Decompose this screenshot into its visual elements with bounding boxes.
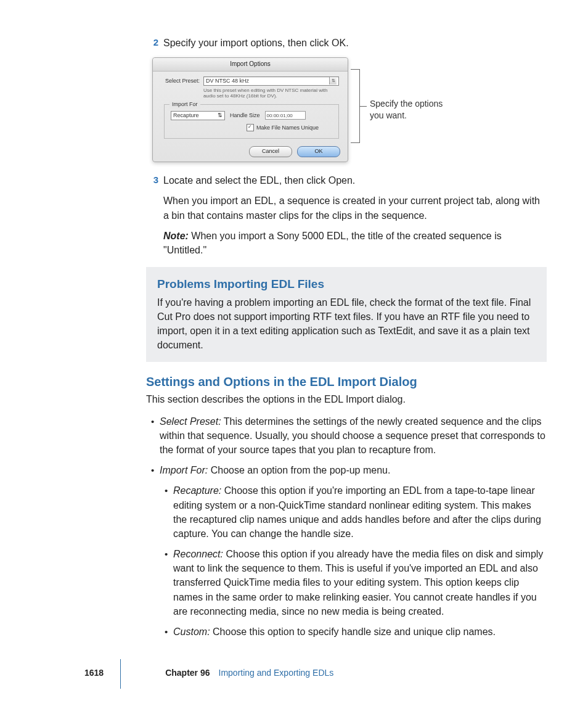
step-number: 3 bbox=[146, 173, 158, 187]
step-3-note: Note: When you import a Sony 5000 EDL, t… bbox=[163, 229, 547, 257]
preset-hint: Use this preset when editing with DV NTS… bbox=[203, 88, 339, 99]
import-options-dialog: Import Options Select Preset: DV NTSC 48… bbox=[152, 57, 348, 162]
step-text: Locate and select the EDL, then click Op… bbox=[163, 173, 547, 187]
unique-checkbox[interactable]: ✓ bbox=[247, 124, 254, 131]
list-item: Recapture: Choose this option if you're … bbox=[160, 483, 547, 541]
callout-text: Specify the options you want. bbox=[370, 98, 456, 121]
step-3-description: When you import an EDL, a sequence is cr… bbox=[163, 194, 547, 222]
term-body: Choose this option if you're importing a… bbox=[173, 485, 541, 539]
select-preset-dropdown[interactable]: DV NTSC 48 kHz ⇅ bbox=[203, 76, 339, 86]
import-for-value: Recapture bbox=[173, 112, 199, 120]
step-text: Specify your import options, then click … bbox=[163, 36, 547, 50]
list-item: Custom: Choose this option to specify ha… bbox=[160, 625, 547, 639]
term-body: Choose this option to specify handle siz… bbox=[210, 626, 496, 637]
dropdown-arrow-icon: ⇅ bbox=[329, 77, 337, 84]
handle-size-label: Handle Size bbox=[230, 112, 260, 120]
dialog-title: Import Options bbox=[153, 58, 348, 72]
footer: 1618 Chapter 96 Importing and Exporting … bbox=[0, 667, 333, 679]
page-number: 1618 bbox=[84, 667, 104, 679]
step-3: 3 Locate and select the EDL, then click … bbox=[146, 173, 547, 187]
dialog-body: Select Preset: DV NTSC 48 kHz ⇅ Use this… bbox=[153, 72, 348, 142]
term: Custom: bbox=[173, 626, 210, 637]
select-preset-label: Select Preset: bbox=[164, 77, 200, 85]
unique-checkbox-label: Make File Names Unique bbox=[256, 124, 319, 132]
section-description: This section describes the options in th… bbox=[146, 392, 547, 406]
note-label: Note: bbox=[163, 231, 189, 241]
chapter-label: Chapter 96 bbox=[165, 667, 210, 679]
term-body: Choose this option if you already have t… bbox=[173, 549, 543, 617]
info-box: Problems Importing EDL Files If you're h… bbox=[146, 267, 547, 362]
step-2: 2 Specify your import options, then clic… bbox=[146, 36, 547, 50]
ok-button[interactable]: OK bbox=[297, 146, 340, 157]
term: Import For: bbox=[160, 465, 208, 475]
sub-list: Recapture: Choose this option if you're … bbox=[160, 483, 547, 639]
bracket-icon bbox=[351, 69, 360, 143]
note-text: When you import a Sony 5000 EDL, the tit… bbox=[163, 231, 502, 255]
import-for-dropdown[interactable]: Recapture ⇅ bbox=[171, 111, 225, 120]
list-item: Import For: Choose an option from the po… bbox=[146, 463, 547, 639]
info-box-body: If you're having a problem importing an … bbox=[157, 295, 536, 353]
list-item: Reconnect: Choose this option if you alr… bbox=[160, 547, 547, 618]
select-preset-value: DV NTSC 48 kHz bbox=[206, 77, 249, 85]
section-heading: Settings and Options in the EDL Import D… bbox=[146, 373, 547, 391]
bullet-list: Select Preset: This determines the setti… bbox=[146, 414, 547, 639]
info-box-heading: Problems Importing EDL Files bbox=[157, 276, 536, 293]
chapter-title: Importing and Exporting EDLs bbox=[219, 667, 334, 679]
term: Recapture: bbox=[173, 485, 221, 496]
term: Reconnect: bbox=[173, 549, 223, 559]
term: Select Preset: bbox=[160, 416, 221, 427]
step-number: 2 bbox=[146, 36, 158, 50]
term-body: Choose an option from the pop-up menu. bbox=[208, 465, 390, 475]
import-for-group: Import For Recapture ⇅ Handle Size 00:00… bbox=[164, 104, 339, 139]
import-for-label: Import For bbox=[169, 101, 200, 109]
handle-size-field[interactable]: 00:00:01;00 bbox=[265, 111, 306, 120]
list-item: Select Preset: This determines the setti… bbox=[146, 414, 547, 458]
dropdown-arrow-icon: ⇅ bbox=[218, 112, 223, 120]
figure-row: Import Options Select Preset: DV NTSC 48… bbox=[146, 57, 547, 162]
cancel-button[interactable]: Cancel bbox=[249, 146, 292, 157]
